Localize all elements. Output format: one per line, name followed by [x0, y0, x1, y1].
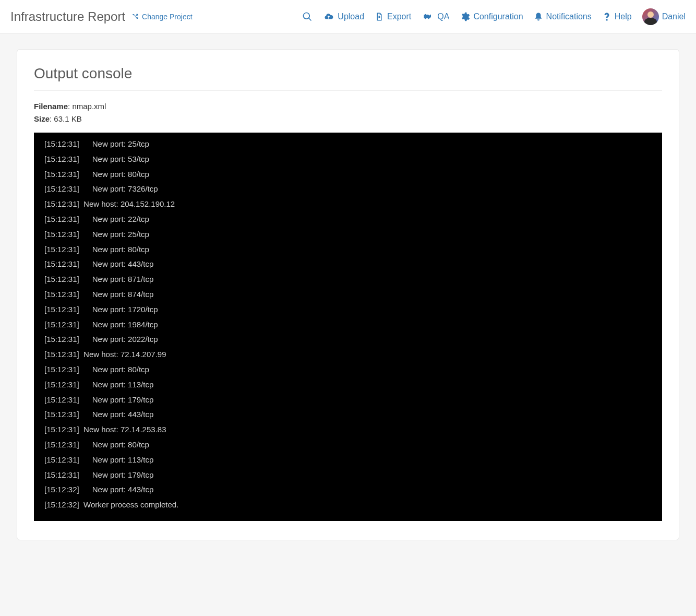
- app-title: Infrastructure Report: [10, 9, 125, 24]
- console-line: [15:12:31] New port: 80/tcp: [44, 167, 652, 182]
- qa-button[interactable]: QA: [422, 12, 449, 21]
- export-button[interactable]: Export: [375, 11, 411, 22]
- upload-label: Upload: [338, 12, 364, 21]
- avatar[interactable]: [642, 8, 659, 25]
- bell-icon: [534, 11, 543, 22]
- console-line: [15:12:31] New port: 25/tcp: [44, 227, 652, 242]
- user-menu[interactable]: Daniel: [662, 12, 686, 21]
- topbar: Infrastructure Report Change Project Upl…: [0, 0, 696, 33]
- file-icon: [375, 11, 384, 22]
- console-line: [15:12:31] New port: 179/tcp: [44, 468, 652, 483]
- handshake-icon: [422, 12, 434, 21]
- console-line: [15:12:31] New port: 113/tcp: [44, 453, 652, 468]
- console-line: [15:12:32] Worker process completed.: [44, 497, 652, 513]
- console-line: [15:12:31] New port: 2022/tcp: [44, 332, 652, 347]
- qa-label: QA: [437, 12, 449, 21]
- console-output[interactable]: [15:12:31] New port: 25/tcp[15:12:31] Ne…: [34, 133, 662, 521]
- console-line: [15:12:32] New port: 443/tcp: [44, 482, 652, 497]
- console-line: [15:12:31] New port: 80/tcp: [44, 242, 652, 257]
- configuration-label: Configuration: [473, 12, 523, 21]
- console-line: [15:12:31] New port: 22/tcp: [44, 212, 652, 227]
- rule: [34, 90, 662, 91]
- console-line: [15:12:31] New host: 72.14.253.83: [44, 422, 652, 437]
- console-line: [15:12:31] New host: 72.14.207.99: [44, 347, 652, 362]
- size-value: 63.1 KB: [54, 114, 81, 123]
- change-project-link[interactable]: Change Project: [131, 13, 193, 21]
- help-button[interactable]: Help: [602, 11, 632, 22]
- search-icon: [302, 11, 313, 22]
- gear-icon: [460, 11, 470, 22]
- page-title: Output console: [34, 65, 662, 90]
- console-line: [15:12:31] New port: 443/tcp: [44, 407, 652, 422]
- console-line: [15:12:31] New port: 80/tcp: [44, 437, 652, 453]
- console-line: [15:12:31] New port: 179/tcp: [44, 393, 652, 408]
- cloud-upload-icon: [323, 12, 334, 21]
- console-line: [15:12:31] New port: 80/tcp: [44, 362, 652, 377]
- console-line: [15:12:31] New host: 204.152.190.12: [44, 197, 652, 212]
- console-line: [15:12:31] New port: 443/tcp: [44, 257, 652, 272]
- console-line: [15:12:31] New port: 25/tcp: [44, 137, 652, 152]
- export-label: Export: [387, 12, 411, 21]
- file-meta: Filename: nmap.xml Size: 63.1 KB: [34, 100, 662, 125]
- filename-value: nmap.xml: [72, 102, 106, 111]
- console-line: [15:12:31] New port: 7326/tcp: [44, 182, 652, 197]
- help-label: Help: [615, 12, 632, 21]
- console-line: [15:12:31] New port: 874/tcp: [44, 287, 652, 302]
- output-panel: Output console Filename: nmap.xml Size: …: [17, 49, 679, 540]
- search-button[interactable]: [302, 11, 313, 22]
- shuffle-icon: [131, 13, 139, 20]
- console-line: [15:12:31] New port: 871/tcp: [44, 272, 652, 287]
- notifications-button[interactable]: Notifications: [534, 11, 592, 22]
- size-label: Size: [34, 114, 50, 123]
- console-line: [15:12:31] New port: 113/tcp: [44, 377, 652, 393]
- upload-button[interactable]: Upload: [323, 12, 364, 21]
- notifications-label: Notifications: [546, 12, 592, 21]
- console-line: [15:12:31] New port: 1720/tcp: [44, 302, 652, 317]
- console-line: [15:12:31] New port: 1984/tcp: [44, 317, 652, 333]
- configuration-button[interactable]: Configuration: [460, 11, 523, 22]
- filename-label: Filename: [34, 102, 68, 111]
- question-icon: [602, 11, 611, 22]
- change-project-label: Change Project: [142, 13, 193, 21]
- console-line: [15:12:31] New port: 53/tcp: [44, 152, 652, 167]
